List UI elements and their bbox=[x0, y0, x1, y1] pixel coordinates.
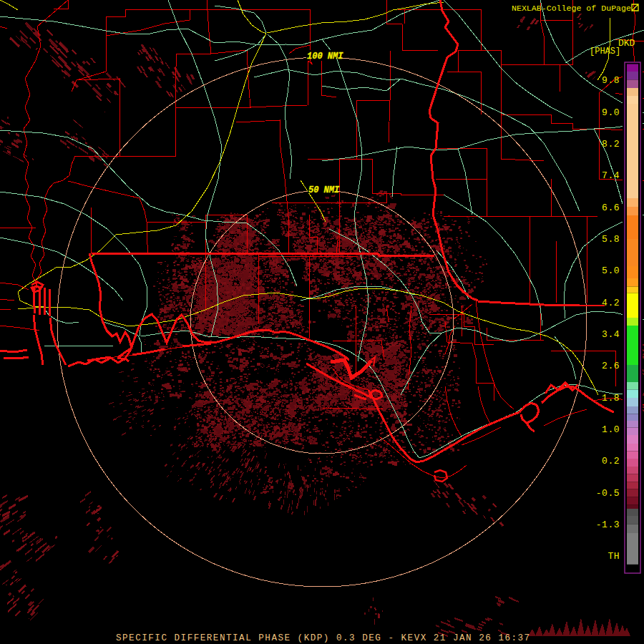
svg-text:0.2: 0.2 bbox=[602, 456, 620, 467]
svg-text:5.0: 5.0 bbox=[602, 265, 620, 276]
svg-text:1.8: 1.8 bbox=[602, 393, 620, 404]
svg-text:9.8: 9.8 bbox=[602, 75, 620, 86]
svg-text:1.0: 1.0 bbox=[602, 424, 620, 435]
svg-text:9.0: 9.0 bbox=[602, 107, 620, 118]
svg-text:-0.5: -0.5 bbox=[596, 488, 620, 499]
svg-text:50 NMI: 50 NMI bbox=[308, 185, 340, 195]
svg-text:NEXLAB-College of DuPage: NEXLAB-College of DuPage bbox=[512, 4, 631, 13]
svg-text:2.6: 2.6 bbox=[602, 361, 620, 371]
svg-text:3.4: 3.4 bbox=[602, 329, 620, 340]
svg-text:SPECIFIC DIFFERENTIAL PHASE (K: SPECIFIC DIFFERENTIAL PHASE (KDP) 0.3 DE… bbox=[116, 633, 531, 643]
svg-text:[PHAS]: [PHAS] bbox=[590, 47, 620, 57]
svg-text:DKD: DKD bbox=[618, 38, 635, 49]
svg-text:TH: TH bbox=[608, 551, 620, 562]
svg-text:7.4: 7.4 bbox=[602, 170, 620, 181]
svg-text:-1.3: -1.3 bbox=[596, 519, 620, 530]
svg-text:8.2: 8.2 bbox=[602, 139, 620, 150]
svg-text:5.8: 5.8 bbox=[602, 234, 620, 245]
svg-text:6.6: 6.6 bbox=[602, 203, 620, 213]
svg-text:4.2: 4.2 bbox=[602, 298, 620, 308]
svg-text:100 NMI: 100 NMI bbox=[307, 52, 343, 62]
